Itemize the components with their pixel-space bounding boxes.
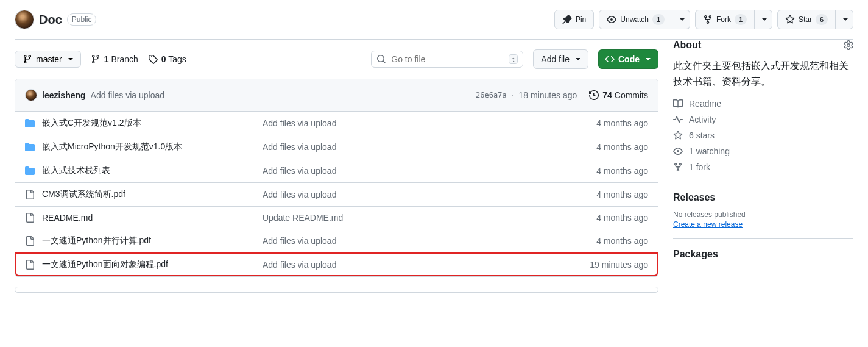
file-commit-message[interactable]: Add files via upload — [263, 142, 336, 152]
file-commit-message[interactable]: Add files via upload — [263, 260, 336, 270]
file-name-link[interactable]: 嵌入式MicroPython开发规范v1.0版本 — [42, 141, 182, 152]
commit-sha[interactable]: 26e6a7a — [476, 91, 507, 99]
caret-down-icon — [68, 58, 73, 60]
commit-message[interactable]: Add files via upload — [91, 90, 164, 100]
commit-author[interactable]: leezisheng — [42, 90, 86, 100]
book-icon — [673, 99, 683, 109]
caret-down-icon — [762, 18, 767, 21]
file-name-link[interactable]: CM3调试系统简析.pdf — [42, 189, 125, 200]
file-listing-box: leezisheng Add files via upload 26e6a7a … — [15, 79, 658, 277]
file-row: 一文速通Python面向对象编程.pdf Add files via uploa… — [15, 253, 658, 276]
about-heading: About — [673, 40, 853, 51]
file-time: 4 months ago — [557, 213, 648, 223]
caret-down-icon — [646, 58, 651, 60]
releases-empty-text: No releases published — [673, 210, 853, 219]
code-icon — [605, 54, 615, 64]
file-row: README.md Update README.md 4 months ago — [15, 207, 658, 229]
commits-link[interactable]: 74 Commits — [589, 90, 648, 100]
file-time: 4 months ago — [557, 236, 648, 246]
code-button[interactable]: Code — [598, 49, 658, 69]
commit-author-avatar[interactable] — [25, 89, 37, 101]
file-row: CM3调试系统简析.pdf Add files via upload 4 mon… — [15, 183, 658, 207]
watch-button[interactable]: Unwatch 1 — [599, 10, 672, 29]
file-search-input[interactable] — [391, 54, 504, 64]
owner-avatar[interactable] — [15, 10, 34, 29]
file-commit-message[interactable]: Update README.md — [263, 213, 343, 223]
branches-link[interactable]: 1 Branch — [91, 54, 138, 64]
releases-widget: Releases No releases published Create a … — [673, 182, 853, 239]
fork-icon — [703, 15, 713, 24]
fork-dropdown-button[interactable] — [755, 10, 772, 29]
star-icon — [785, 15, 795, 24]
search-kbd-hint: t — [509, 54, 518, 64]
visibility-badge: Public — [67, 13, 97, 26]
caret-down-icon — [576, 58, 580, 60]
branch-icon — [23, 54, 32, 64]
star-count: 6 — [816, 14, 828, 25]
branch-select-button[interactable]: master — [15, 51, 81, 68]
file-commit-message[interactable]: Add files via upload — [263, 166, 336, 176]
file-name-link[interactable]: 嵌入式技术栈列表 — [42, 165, 110, 176]
file-row: 嵌入式C开发规范v1.2版本 Add files via upload 4 mo… — [15, 112, 658, 135]
folder-icon — [25, 142, 35, 152]
history-icon — [589, 90, 599, 100]
file-row: 嵌入式MicroPython开发规范v1.0版本 Add files via u… — [15, 135, 658, 159]
file-commit-message[interactable]: Add files via upload — [263, 236, 336, 246]
readme-box-top — [15, 287, 658, 293]
star-button[interactable]: Star 6 — [777, 10, 836, 29]
file-icon — [25, 190, 35, 199]
about-widget: About 此文件夹主要包括嵌入式开发规范和相关技术书籍、资料分享。 Readm… — [673, 40, 853, 182]
file-search-box[interactable]: t — [371, 51, 523, 68]
watching-link[interactable]: 1 watching — [673, 146, 853, 156]
add-file-button[interactable]: Add file — [533, 49, 588, 69]
file-commit-message[interactable]: Add files via upload — [263, 190, 336, 199]
repo-name[interactable]: Doc — [39, 13, 62, 27]
fork-count: 1 — [735, 14, 747, 25]
star-dropdown-button[interactable] — [836, 10, 853, 29]
file-name-link[interactable]: README.md — [42, 213, 93, 223]
file-name-link[interactable]: 一文速通Python面向对象编程.pdf — [42, 259, 168, 270]
file-time: 4 months ago — [557, 118, 648, 128]
watch-count: 1 — [652, 14, 665, 25]
file-icon — [25, 236, 35, 246]
eye-icon — [673, 146, 683, 156]
file-time: 4 months ago — [557, 190, 648, 199]
branch-icon — [91, 54, 101, 64]
pin-button[interactable]: Pin — [554, 10, 594, 29]
readme-link[interactable]: Readme — [673, 99, 853, 109]
packages-heading: Packages — [673, 249, 853, 260]
pin-icon — [562, 15, 572, 24]
file-name-link[interactable]: 一文速通Python并行计算.pdf — [42, 235, 151, 246]
watch-dropdown-button[interactable] — [672, 10, 690, 29]
stars-link[interactable]: 6 stars — [673, 131, 853, 140]
file-row: 嵌入式技术栈列表 Add files via upload 4 months a… — [15, 159, 658, 183]
caret-down-icon — [843, 18, 848, 21]
pulse-icon — [673, 115, 683, 124]
folder-icon — [25, 118, 35, 128]
commit-time: 18 minutes ago — [519, 90, 577, 100]
file-icon — [25, 213, 35, 223]
repo-toolbar: master 1 Branch 0 Tags t Add file — [15, 40, 658, 79]
tag-icon — [148, 54, 158, 64]
caret-down-icon — [680, 18, 685, 21]
forks-link[interactable]: 1 fork — [673, 162, 853, 172]
file-commit-message[interactable]: Add files via upload — [263, 118, 336, 128]
tags-link[interactable]: 0 Tags — [148, 54, 186, 64]
fork-button[interactable]: Fork 1 — [695, 10, 755, 29]
latest-commit-row: leezisheng Add files via upload 26e6a7a … — [15, 79, 658, 112]
eye-icon — [607, 15, 616, 24]
activity-link[interactable]: Activity — [673, 115, 853, 124]
file-time: 19 minutes ago — [557, 260, 648, 270]
about-description: 此文件夹主要包括嵌入式开发规范和相关技术书籍、资料分享。 — [673, 58, 853, 89]
fork-icon — [673, 162, 683, 172]
repo-header: Doc Public Pin Unwatch 1 Fork 1 — [15, 0, 853, 39]
file-icon — [25, 260, 35, 270]
star-icon — [673, 131, 683, 140]
gear-icon[interactable] — [844, 40, 853, 50]
releases-heading: Releases — [673, 192, 853, 203]
folder-icon — [25, 166, 35, 176]
file-row: 一文速通Python并行计算.pdf Add files via upload … — [15, 229, 658, 253]
file-name-link[interactable]: 嵌入式C开发规范v1.2版本 — [42, 118, 141, 129]
create-release-link[interactable]: Create a new release — [673, 220, 743, 229]
file-time: 4 months ago — [557, 166, 648, 176]
